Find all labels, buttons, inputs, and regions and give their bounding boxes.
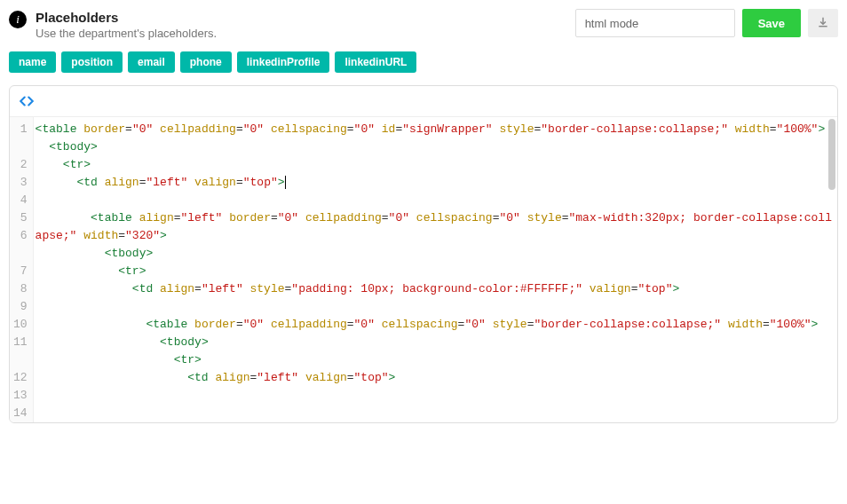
scrollbar-thumb[interactable] [828,119,835,190]
code-line[interactable]: <tr> [36,351,834,369]
code-line[interactable]: <td align="left" style="padding: 10px; b… [36,280,834,298]
info-icon: i [9,11,27,28]
code-line[interactable]: <tr> [36,263,834,280]
header-left: i Placeholders Use the department's plac… [9,9,217,41]
code-area[interactable]: <table border="0" cellpadding="0" cellsp… [34,117,837,422]
code-line[interactable]: <table border="0" cellpadding="0" cellsp… [36,121,834,138]
header-controls: Save [575,9,838,37]
save-button[interactable]: Save [742,9,801,37]
placeholder-tag-name[interactable]: name [9,51,56,73]
download-button[interactable] [808,9,838,37]
editor-body[interactable]: 1234567891011121314 <table border="0" ce… [10,116,837,422]
code-line[interactable]: <tbody> [36,245,834,263]
code-line[interactable]: <td align="left" valign="top"> [36,174,834,192]
page-title: Placeholders [36,9,217,27]
code-line[interactable]: <tbody> [36,138,834,156]
editor-panel: 1234567891011121314 <table border="0" ce… [9,85,838,423]
placeholder-tag-linkedinURL[interactable]: linkedinURL [335,51,416,73]
placeholder-tag-email[interactable]: email [128,51,175,73]
placeholder-tag-linkedinProfile[interactable]: linkedinProfile [237,51,330,73]
header: i Placeholders Use the department's plac… [9,9,838,41]
code-line[interactable] [36,192,834,209]
page-subtitle: Use the department's placeholders. [36,27,217,42]
code-line[interactable]: <tr> [36,156,834,174]
line-gutter: 1234567891011121314 [10,117,34,422]
mode-input[interactable] [575,9,735,37]
placeholder-tag-phone[interactable]: phone [180,51,232,73]
code-line[interactable] [36,298,834,316]
code-line[interactable]: <table border="0" cellpadding="0" cellsp… [36,316,834,334]
placeholder-tags: namepositionemailphonelinkedinProfilelin… [9,51,838,73]
code-line[interactable]: <table align="left" border="0" cellpaddi… [36,209,834,245]
download-icon [817,16,829,31]
code-line[interactable]: <tbody> [36,334,834,351]
code-icon[interactable] [19,93,828,109]
title-block: Placeholders Use the department's placeh… [36,9,217,41]
editor-toolbar [10,86,837,116]
placeholder-tag-position[interactable]: position [61,51,123,73]
code-line[interactable]: <td align="left" valign="top"> [36,369,834,387]
